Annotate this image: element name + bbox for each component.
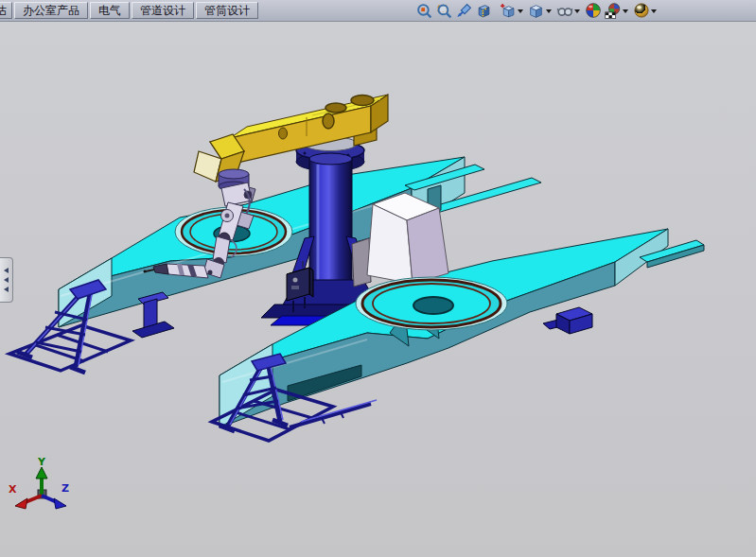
view-settings-icon[interactable] — [631, 1, 651, 20]
command-manager-toolbar: 估 办公室产品 电气 管道设计 管筒设计 — [0, 0, 756, 22]
zoom-to-fit-icon[interactable] — [414, 1, 434, 20]
triad-z-label: Z — [62, 482, 69, 495]
view-orientation-dropdown[interactable] — [518, 9, 523, 13]
triad-y-label: Y — [37, 456, 46, 468]
collapse-arrow-icon — [4, 287, 9, 292]
viewport-3d[interactable]: X Y Z — [0, 0, 756, 557]
edit-appearance-icon[interactable] — [583, 1, 603, 20]
hide-show-items-icon[interactable] — [554, 1, 574, 20]
apply-scene-dropdown[interactable] — [623, 9, 628, 13]
apply-scene-icon[interactable] — [603, 1, 623, 20]
triad-x-label: X — [9, 483, 17, 496]
display-style-dropdown[interactable] — [546, 9, 552, 13]
feature-tree-flyout-handle[interactable] — [0, 257, 13, 303]
collapse-arrow-icon — [4, 277, 9, 283]
solidworks-window: { "toolbar": { "tabs": [ {"label": "估", … — [0, 0, 756, 557]
tab-piping-design[interactable]: 管道设计 — [132, 2, 194, 19]
collapse-arrow-icon — [4, 268, 9, 273]
view-orientation-icon[interactable] — [498, 1, 518, 20]
turntable-ring-front[interactable] — [356, 277, 507, 330]
previous-view-icon[interactable] — [454, 1, 474, 20]
tab-office-products[interactable]: 办公室产品 — [14, 2, 88, 19]
tab-electrical[interactable]: 电气 — [90, 2, 130, 19]
hide-show-items-dropdown[interactable] — [574, 9, 580, 13]
tab-evaluate-partial[interactable]: 估 — [0, 2, 12, 19]
display-style-icon[interactable] — [526, 1, 546, 20]
tab-tubing-design[interactable]: 管筒设计 — [196, 2, 258, 19]
section-view-icon[interactable] — [474, 1, 494, 20]
heads-up-view-toolbar — [414, 1, 659, 20]
view-settings-dropdown[interactable] — [651, 9, 657, 13]
zoom-to-area-icon[interactable] — [434, 1, 454, 20]
command-tabs: 估 办公室产品 电气 管道设计 管筒设计 — [0, 0, 258, 21]
